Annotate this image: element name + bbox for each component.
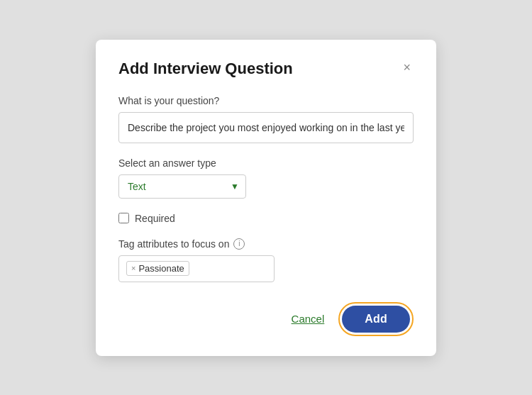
tag-chip: × Passionate: [126, 261, 189, 276]
tag-remove-icon[interactable]: ×: [131, 265, 135, 272]
question-label: What is your question?: [118, 95, 414, 106]
required-row: Required: [118, 213, 414, 224]
tag-input-container[interactable]: × Passionate: [118, 255, 275, 282]
tag-attributes-label: Tag attributes to focus on: [118, 238, 229, 250]
tag-chip-label: Passionate: [138, 263, 184, 274]
modal-footer: Cancel Add: [118, 302, 414, 336]
answer-type-select-wrapper: Text Multiple Choice Rating Yes/No ▼: [118, 174, 246, 199]
required-checkbox[interactable]: [118, 213, 129, 223]
info-icon: i: [233, 238, 245, 250]
tag-label-row: Tag attributes to focus on i: [118, 238, 414, 250]
question-section: What is your question?: [118, 95, 414, 143]
close-button[interactable]: ×: [400, 60, 414, 75]
modal-title: Add Interview Question: [118, 60, 293, 78]
required-label[interactable]: Required: [135, 213, 175, 224]
modal-overlay: Add Interview Question × What is your qu…: [0, 0, 532, 395]
add-button-wrapper: Add: [338, 302, 414, 336]
question-input[interactable]: [118, 112, 414, 143]
modal-container: Add Interview Question × What is your qu…: [96, 40, 436, 356]
add-button[interactable]: Add: [342, 306, 410, 333]
answer-type-dropdown[interactable]: Text Multiple Choice Rating Yes/No: [118, 174, 246, 199]
answer-type-section: Select an answer type Text Multiple Choi…: [118, 157, 414, 199]
answer-type-label: Select an answer type: [118, 157, 414, 169]
modal-header: Add Interview Question ×: [118, 60, 414, 78]
cancel-button[interactable]: Cancel: [292, 313, 325, 325]
tag-attributes-section: Tag attributes to focus on i × Passionat…: [118, 238, 414, 282]
tag-text-input[interactable]: [192, 263, 221, 274]
